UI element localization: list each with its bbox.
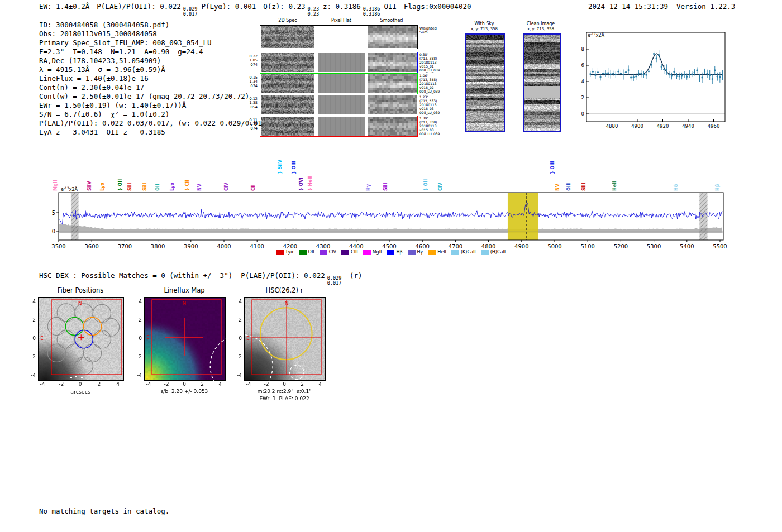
hsc-dex-sub: 0.017 <box>327 281 342 286</box>
svg-text:e-17x2Å: e-17x2Å <box>588 32 605 38</box>
plae-poii-value: P(LAE)/P(OII): 0.022 <box>97 2 181 11</box>
legend-swatch <box>299 250 307 255</box>
compass-north-label: N <box>78 300 82 306</box>
svg-text:5500: 5500 <box>713 243 727 250</box>
extraction-region-box <box>51 300 122 375</box>
legend-swatch <box>341 250 349 255</box>
plae-poii-range: 0.0290.017 <box>183 7 198 16</box>
legend-swatch <box>428 250 436 255</box>
info-line: LineFlux = 1.40(±0.18)e-16 <box>39 74 270 83</box>
svg-text:4400: 4400 <box>349 243 363 250</box>
row-2dspec-image <box>261 95 314 114</box>
p-lya-value: P(Lyα): 0.001 <box>201 2 256 11</box>
info-line: Cont(w) = 2.50(±0.01)e-17 (gmag 20.72 20… <box>39 92 270 101</box>
info-line: RA,Dec (178.104233,51.054909) <box>39 56 270 65</box>
legend-swatch <box>320 250 327 255</box>
plae-sub: 0.017 <box>183 12 198 17</box>
z-classification: OII <box>384 2 397 11</box>
svg-text:5400: 5400 <box>680 243 694 250</box>
row-smoothed-image <box>368 53 417 72</box>
legend-label: CIII <box>351 250 358 255</box>
row-smoothed-image <box>368 95 417 114</box>
legend-label: Hβ <box>396 250 402 255</box>
legend-label: CIV <box>329 250 336 255</box>
row-pixelflat-image <box>318 117 365 136</box>
fiber-positions-overlay: NE <box>38 297 123 380</box>
panel-x-tick-label: -4 <box>146 381 151 387</box>
legend-swatch <box>363 250 371 255</box>
z-sub: 0.3186 <box>363 12 380 17</box>
svg-text:4000: 4000 <box>217 243 231 250</box>
fiber-circle <box>83 344 101 362</box>
svg-text:4700: 4700 <box>449 243 462 250</box>
detection-info-block: ID: 3000484058 (3000484058.pdf)Obs: 2018… <box>39 21 270 137</box>
hsc-caption-2: EWr: 1. PLAE: 0.022 <box>259 396 309 401</box>
hsc-dex-suffix: (r) <box>345 271 362 280</box>
info-line: Cont(n) = 2.30(±0.04)e-17 <box>39 83 270 92</box>
svg-text:3800: 3800 <box>151 243 165 250</box>
compass-east-label: E <box>146 334 150 340</box>
panel-x-tick-label: 0 <box>79 381 82 387</box>
z-range: 0.31860.3186 <box>363 7 380 16</box>
svg-text:2: 2 <box>581 95 584 100</box>
legend-label: OII <box>308 250 314 255</box>
info-line: P(LAE)/P(OII): 0.022 0.03/0.017, (w: 0.0… <box>39 119 270 128</box>
panel-x-tick-label: -2 <box>59 381 64 387</box>
legend-label: (H)CaII <box>490 250 506 255</box>
row-smoothed-image <box>368 117 417 136</box>
svg-text:3600: 3600 <box>84 243 98 250</box>
legend-label: (K)CaII <box>461 250 476 255</box>
svg-text:e-17x2Å: e-17x2Å <box>61 186 78 192</box>
svg-text:5: 5 <box>52 210 55 216</box>
svg-text:4920: 4920 <box>657 123 669 129</box>
legend-swatch <box>408 250 416 255</box>
legend-label: Hγ <box>417 250 423 255</box>
qz-value: Q(z): 0.23 <box>263 2 305 11</box>
panel-x-tick-label: -2 <box>164 381 169 387</box>
panel-x-tick-label: 2 <box>97 381 101 387</box>
legend-item: CIV <box>320 250 336 255</box>
svg-text:5100: 5100 <box>580 243 594 250</box>
legend-item: Lyα <box>276 250 294 255</box>
panel-x-tick-label: 2 <box>201 381 204 387</box>
emission-line-label: } OIII <box>292 161 297 174</box>
row-smoothed-image <box>368 74 417 93</box>
hsc-dex-range: 0.0290.017 <box>327 276 342 285</box>
legend-item: (H)CaII <box>481 250 506 255</box>
elixer-detection-report: EW: 1.4±0.2ÅP(LAE)/P(OII): 0.0220.0290.0… <box>0 0 782 532</box>
svg-text:4800: 4800 <box>481 243 495 250</box>
svg-text:4900: 4900 <box>631 123 643 129</box>
panel-x-tick-label: 0 <box>183 381 186 387</box>
legend-swatch <box>451 250 459 255</box>
compass-east-label: E <box>246 336 250 341</box>
panel-y-tick-label: 4 <box>26 299 36 304</box>
row-obs-info: 1.39"(713, 358)20180113v015_03008_LU_039 <box>419 116 440 136</box>
fiber-circle <box>57 304 75 322</box>
panel-y-tick-label: 0 <box>132 336 142 341</box>
panel-x-tick-label: 2 <box>301 381 304 387</box>
fiber-circle <box>47 344 65 362</box>
legend-label: MgII <box>373 250 382 255</box>
panel-y-tick-label: 2 <box>232 317 242 323</box>
panel-y-tick-label: -2 <box>132 354 142 360</box>
error-band <box>59 224 723 233</box>
fiber-circle <box>93 304 111 322</box>
legend-item: CIII <box>341 250 358 255</box>
col-header-2dspec: 2D Spec <box>278 18 297 23</box>
row-pixelflat-image <box>318 95 365 114</box>
clean-image-title: Clean Image <box>527 21 555 26</box>
row-weight-stats: 0.121.38054 <box>240 97 258 109</box>
ew-value: EW: 1.4±0.2Å <box>39 2 89 11</box>
legend-swatch <box>276 250 284 255</box>
panel-x-tick-label: -4 <box>246 381 251 387</box>
panel-y-tick-label: 4 <box>232 299 242 304</box>
panel-y-tick-label: -4 <box>232 372 242 378</box>
svg-text:4: 4 <box>581 79 584 84</box>
fiber-xlabel: arcsecs <box>70 389 90 395</box>
legend-item: HeII <box>428 250 446 255</box>
hsc-caption-1: m:20.2 rc:2.9" s:0.1" <box>258 389 312 394</box>
spectrum-line <box>60 201 722 224</box>
info-line: LyA z = 3.0431 OII z = 0.3185 <box>39 128 270 137</box>
qz-sub: 0.23 <box>308 12 319 17</box>
row-weight-stats: 0.111.70074 <box>240 118 258 131</box>
